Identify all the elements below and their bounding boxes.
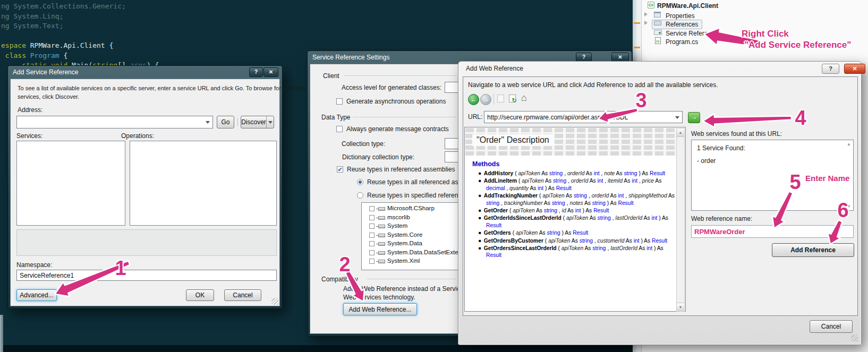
assembly-checkbox[interactable] [369, 215, 375, 220]
expander-icon[interactable] [644, 12, 648, 16]
service-found-item[interactable]: - order [697, 157, 716, 165]
operations-list[interactable] [130, 141, 277, 226]
service-description-panel[interactable]: "Order" Description Methods ■AddHistory … [464, 127, 686, 312]
assembly-checkbox[interactable] [369, 259, 375, 264]
scroll-down-icon[interactable]: ▼ [677, 303, 684, 311]
tree-item-properties[interactable]: Properties [666, 12, 695, 20]
add-service-reference-dialog: Add Service Reference ? ✕ To see a list … [7, 65, 283, 309]
add-web-reference-button[interactable]: Add Web Reference... [343, 303, 417, 315]
advanced-button[interactable]: Advanced... [16, 289, 57, 301]
tree-item-project[interactable]: RPMWare.Api.Client [657, 2, 718, 10]
home-icon[interactable]: ⌂ [521, 93, 527, 102]
add-reference-button[interactable]: Add Reference [772, 243, 854, 257]
chevron-down-icon[interactable] [206, 121, 210, 124]
code-line: ng System.Text; [1, 22, 63, 30]
intro-text: Navigate to a web service URL and click … [468, 81, 718, 89]
annotation-number: 1 [115, 257, 126, 280]
tree-item-program-cs[interactable]: Program.cs [666, 38, 698, 46]
assembly-icon [378, 216, 385, 220]
assembly-list-item[interactable]: System [362, 222, 470, 231]
assembly-list-item[interactable]: System.Core [362, 231, 470, 240]
method-entry: ■GetOrders ( apiToken As string ) As Res… [479, 229, 676, 236]
assembly-icon [378, 251, 385, 255]
scroll-up-icon[interactable]: ▲ [847, 142, 851, 147]
go-button[interactable]: Go [217, 116, 234, 128]
stop-page-icon[interactable] [497, 95, 504, 102]
assembly-label: System.Xml [387, 257, 420, 264]
chevron-down-icon[interactable] [675, 116, 679, 119]
reuse-all-radio[interactable] [357, 179, 363, 185]
services-label: Services: [16, 132, 42, 140]
expander-icon[interactable] [644, 21, 648, 25]
divider [237, 118, 238, 126]
assembly-checkbox[interactable] [369, 250, 375, 255]
gen-async-checkbox[interactable] [336, 98, 343, 105]
csharp-project-icon: C# [648, 2, 654, 8]
assembly-list-item[interactable]: mscorlib [362, 213, 470, 222]
assembly-list-item[interactable]: System.Data [362, 239, 470, 248]
close-button[interactable]: ✕ [844, 64, 865, 74]
service-found-count: 1 Service Found: [697, 144, 745, 152]
panel-scrollbar[interactable]: ▲ ▼ [676, 128, 685, 312]
web-reference-name-label: Web reference name: [691, 215, 752, 222]
close-button[interactable]: ✕ [263, 67, 278, 77]
gen-async-label: Generate asynchronous operations [346, 98, 446, 105]
scroll-up-icon[interactable]: ▲ [677, 128, 684, 137]
assembly-list-item[interactable]: System.Xml [362, 257, 470, 266]
collection-type-label: Collection type: [342, 140, 385, 148]
url-combobox[interactable] [484, 111, 683, 123]
bottom-bar [0, 345, 633, 352]
annotation-number: 4 [795, 107, 806, 130]
code-line: espace RPMWare.Api.Client { [1, 41, 113, 49]
web-reference-name-input[interactable] [691, 225, 854, 238]
url-label: URL: [468, 113, 482, 121]
tree-item-service-references[interactable]: Service References [666, 30, 721, 37]
refresh-icon[interactable]: ↻ [509, 95, 516, 102]
annotation-enter-name: Enter Name [805, 174, 849, 183]
always-msg-checkbox[interactable] [336, 126, 343, 132]
annotation-add-service-reference: "Add Service Reference" [744, 40, 851, 50]
assembly-list-item[interactable]: System.Data.DataSetExtensions [362, 248, 470, 257]
method-entry: ■AddLineItem ( apiToken As string , orde… [479, 177, 676, 192]
assembly-label: System [387, 222, 407, 229]
dialog-title: Service Reference Settings [312, 54, 389, 61]
go-arrow-button[interactable]: → [688, 112, 700, 123]
assembly-checkbox[interactable] [369, 224, 375, 229]
cancel-button[interactable]: Cancel [224, 289, 261, 301]
assembly-icon [378, 234, 385, 237]
assembly-checkbox[interactable] [369, 206, 375, 211]
annotation-right-click: Right Click [742, 29, 789, 39]
dictionary-type-label: Dictionary collection type: [342, 153, 414, 161]
tree-item-references[interactable]: References [666, 21, 698, 28]
ok-button[interactable]: OK [186, 289, 214, 301]
assembly-list-item[interactable]: Microsoft.CSharp [362, 204, 470, 213]
always-msg-label: Always generate message contracts [346, 125, 449, 133]
chevron-down-icon[interactable] [268, 121, 273, 124]
resize-grip[interactable] [851, 334, 858, 341]
help-button[interactable]: ? [249, 67, 263, 77]
cancel-button[interactable]: Cancel [810, 320, 853, 333]
assembly-checkbox[interactable] [369, 233, 375, 238]
assembly-checkbox[interactable] [369, 241, 375, 246]
services-list[interactable] [16, 141, 125, 226]
reuse-types-checkbox[interactable]: ✔ [337, 166, 343, 173]
resize-grip[interactable] [271, 298, 278, 305]
help-button[interactable]: ? [822, 64, 839, 74]
access-level-label: Access level for generated classes: [342, 84, 441, 91]
group-rule [353, 117, 456, 117]
service-references-folder-icon [654, 30, 662, 35]
operations-label: Operations: [121, 132, 154, 140]
assembly-icon [378, 242, 385, 246]
assembly-list[interactable]: Microsoft.CSharpmscorlibSystemSystem.Cor… [361, 202, 470, 270]
assembly-icon [378, 207, 385, 211]
code-line: ng System.Linq; [1, 12, 63, 20]
address-combobox[interactable] [16, 116, 213, 128]
namespace-input[interactable] [16, 270, 277, 281]
annotation-number: 3 [635, 89, 646, 112]
back-icon[interactable]: ← [468, 94, 479, 105]
group-data-type-label: Data Type [321, 114, 350, 121]
scrollbar-tick [634, 22, 640, 24]
reuse-specified-radio[interactable] [357, 192, 363, 199]
forward-icon[interactable]: → [480, 94, 491, 105]
assembly-label: System.Data [387, 240, 422, 246]
